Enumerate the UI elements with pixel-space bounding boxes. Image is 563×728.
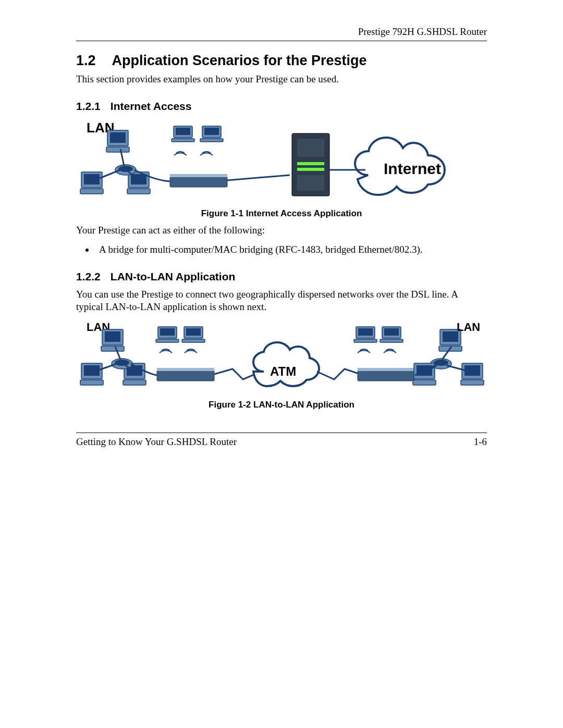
page-footer: Getting to Know Your G.SHDSL Router 1-6 <box>76 433 487 448</box>
subsection-1-number: 1.2.1 <box>76 100 107 113</box>
figure-internet-access: LAN Internet <box>76 118 487 206</box>
subsection-2-heading: 1.2.2 LAN-to-LAN Application <box>76 270 487 283</box>
figure-2-caption: Figure 1-2 LAN-to-LAN Application <box>76 400 487 410</box>
sub1-after-fig: Your Prestige can act as either of the f… <box>76 224 487 237</box>
section-intro: This section provides examples on how yo… <box>76 73 487 85</box>
subsection-2-number: 1.2.2 <box>76 270 107 283</box>
sub1-bullet-list: A bridge for multi-computer/MAC bridging… <box>76 243 487 256</box>
footer-page-number: 1-6 <box>474 436 487 448</box>
fig1-internet-label: Internet <box>384 160 441 177</box>
section-heading: 1.2 Application Scenarios for the Presti… <box>76 53 487 69</box>
sub1-bullet-1: A bridge for multi-computer/MAC bridging… <box>95 243 487 256</box>
figure-1-caption: Figure 1-1 Internet Access Application <box>76 208 487 219</box>
header-rule <box>76 41 487 41</box>
section-title: Application Scenarios for the Prestige <box>112 53 367 68</box>
figure-lan-to-lan: LAN ATM LAN <box>76 319 487 398</box>
footer-chapter: Getting to Know Your G.SHDSL Router <box>76 436 237 448</box>
sub2-para: You can use the Prestige to connect two … <box>76 288 487 313</box>
footer-rule <box>76 433 487 433</box>
subsection-1-title: Internet Access <box>111 100 192 112</box>
subsection-2-title: LAN-to-LAN Application <box>111 270 236 282</box>
fig2-lan-right-label: LAN <box>457 320 480 334</box>
fig2-atm-label: ATM <box>270 364 296 378</box>
subsection-1-heading: 1.2.1 Internet Access <box>76 100 487 113</box>
running-header: Prestige 792H G.SHDSL Router <box>76 26 487 38</box>
section-number: 1.2 <box>76 53 108 69</box>
